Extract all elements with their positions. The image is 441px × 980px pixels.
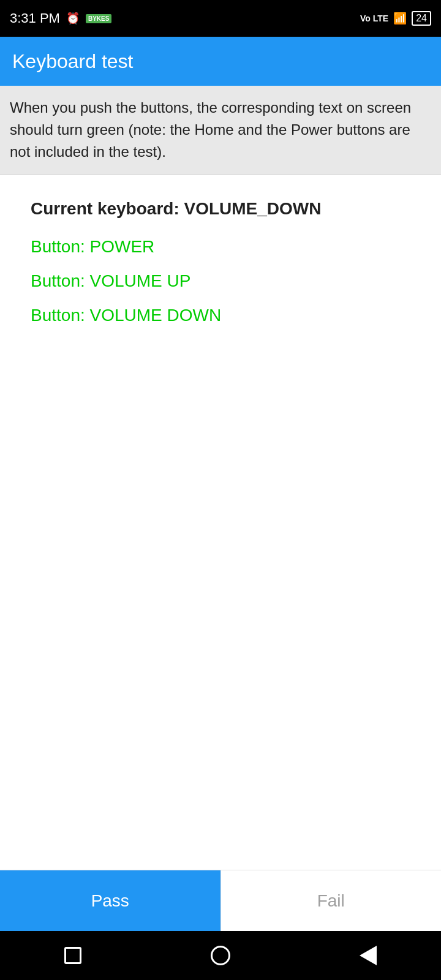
app-bar-title: Keyboard test [12,50,133,73]
alarm-icon: ⏰ [66,12,80,25]
current-keyboard-label: Current keyboard: VOLUME_DOWN [31,199,410,219]
status-bar: 3:31 PM ⏰ BYKES Vo LTE 📶 24 [0,0,441,37]
app-notification-icon: BYKES [86,14,111,23]
description-text: When you push the buttons, the correspon… [10,97,431,163]
button-volume-down: Button: VOLUME DOWN [31,306,410,325]
nav-home-icon[interactable] [211,946,230,965]
bottom-buttons: Pass Fail [0,870,441,931]
button-volume-up: Button: VOLUME UP [31,271,410,291]
volte-icon: Vo LTE [360,13,388,23]
fail-button[interactable]: Fail [221,870,442,931]
main-content: Current keyboard: VOLUME_DOWN Button: PO… [0,175,441,870]
signal-icon: 📶 [393,12,407,25]
description-banner: When you push the buttons, the correspon… [0,86,441,175]
status-bar-left: 3:31 PM ⏰ BYKES [10,10,111,26]
status-time: 3:31 PM [10,10,60,26]
status-bar-right: Vo LTE 📶 24 [360,11,431,26]
app-bar: Keyboard test [0,37,441,86]
button-power: Button: POWER [31,237,410,257]
nav-back-icon[interactable] [360,946,377,965]
battery-icon: 24 [412,11,431,26]
pass-button[interactable]: Pass [0,870,221,931]
nav-bar [0,931,441,980]
nav-recent-apps-icon[interactable] [64,947,81,964]
